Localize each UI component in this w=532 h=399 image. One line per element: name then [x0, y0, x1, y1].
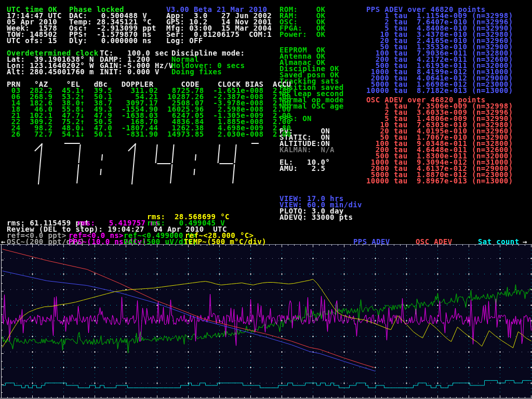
oscillator-block: DAC: 0.500488 VTemp: 28.345121 °COsc↑ -2… [69, 12, 156, 44]
sat-table: 03 282.2 45.1↑ 39.5 311.02 8725.78 -1.65… [7, 87, 291, 137]
position-line: Alt: 280.45001760 m [7, 69, 94, 75]
discipline-mode-block: NormalHoldover: 0 secsDoing fixes [171, 56, 245, 75]
queue-line: ADEVQ: 33000 pts [280, 214, 353, 220]
legend-pps-adev[interactable]: PPS ADEV [353, 238, 390, 245]
digital-clock [15, 142, 259, 190]
pps-adev-table: 1 tau 1.1154e-009 (n=32998) 2 tau 7.6407… [366, 12, 513, 94]
loop-params-block: TC: 100.0 secDAMP: 1.200GAIN:-5.000 Hz/V… [100, 50, 173, 75]
utc-time-block: 17:14:47 UTC05 Apr 2010Week: 1578TOW: 14… [7, 12, 62, 44]
view-settings: VIEW: 17.0 hrsVIEW: 60.0 min/div [280, 195, 362, 208]
scroll-left-icon[interactable]: ← [1, 238, 6, 245]
osc-adev-table: 1 tau 7.3506e-009 (n=32998) 2 tau 3.6033… [366, 103, 513, 184]
position-block: Lat: 39.1901638° NLon: 123.1640202° WAlt… [7, 56, 94, 75]
legend-sat-count[interactable]: Sat count [478, 238, 519, 245]
queue-settings: PLOTQ: 3.0 dayADEVQ: 33000 pts [280, 208, 353, 220]
pps-adev-row: 10000 tau 8.7182e-013 (n=13000) [366, 87, 513, 94]
lady-heather-console: { "palette":{"green":"#00d800","white":"… [0, 0, 532, 399]
osc-adev-row: 10000 tau 9.8967e-013 (n=13000) [366, 178, 513, 184]
scroll-right-icon[interactable]: → [523, 238, 527, 245]
sat-table-row: 26 72.7 54.1↓ 50.1 -831.90 14973.85 2.03… [7, 131, 291, 137]
oscillator-line: Dly: 0.000000 ns [69, 37, 156, 44]
legend-temp[interactable]: TEMP~(500 m°C/div) [184, 238, 267, 245]
version-block: App: 3.0 27 Jun 2002GPS: 10.2 14 Nov 200… [166, 12, 272, 44]
amu-mask: AMU: 2.5 [280, 165, 325, 171]
legend-osc-adev[interactable]: OSC ADEV [416, 238, 453, 245]
selftest-block: ROM: OKRAM: OKOSC: OKFPGA: OKPower: OK [280, 6, 325, 37]
selftest-line: Power: OK [280, 31, 325, 37]
kalman-status: KALMAN: N/A [280, 147, 335, 153]
utc-line: UTC ofs: 15 [7, 37, 62, 44]
